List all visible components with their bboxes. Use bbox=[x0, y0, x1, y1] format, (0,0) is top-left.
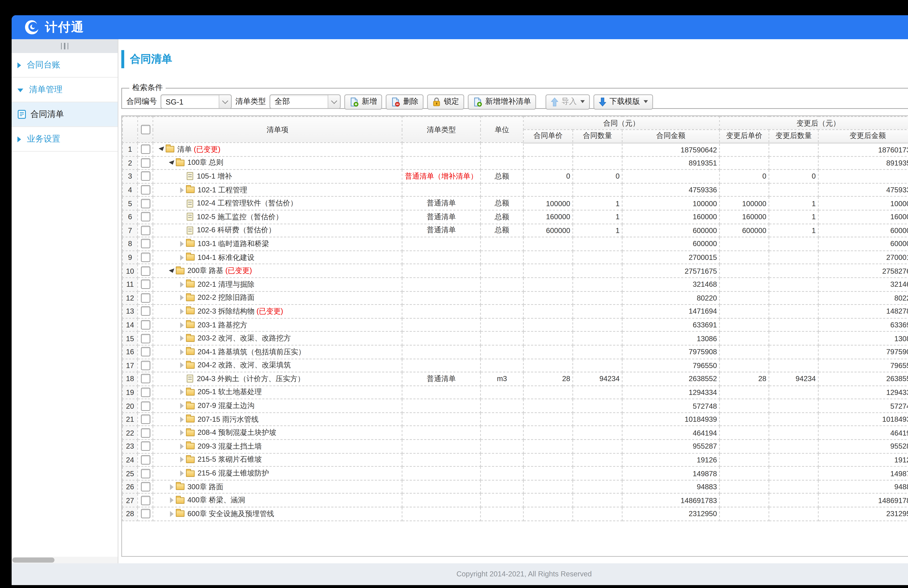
row-checkbox[interactable] bbox=[140, 334, 150, 343]
tree-collapse-arrow-icon[interactable] bbox=[169, 161, 175, 165]
list-item-name[interactable]: 203-2 改河、改渠、改路挖方 bbox=[198, 333, 291, 343]
row-checkbox[interactable] bbox=[140, 280, 150, 289]
unit bbox=[480, 264, 523, 278]
list-item-name[interactable]: 102-1 工程管理 bbox=[198, 185, 247, 195]
tree-expand-arrow-icon[interactable] bbox=[169, 484, 175, 490]
tree-collapse-arrow-icon[interactable] bbox=[158, 148, 165, 151]
row-checkbox[interactable] bbox=[140, 482, 150, 492]
tree-expand-arrow-icon[interactable] bbox=[179, 241, 185, 247]
list-item-name[interactable]: 200章 路基 bbox=[187, 266, 223, 276]
list-item-name[interactable]: 205-1 软土地基处理 bbox=[198, 387, 262, 397]
sidebar-collapse-handle[interactable] bbox=[11, 39, 118, 53]
tree-expand-arrow-icon[interactable] bbox=[179, 322, 185, 328]
list-item-name[interactable]: 209-3 混凝土挡土墙 bbox=[198, 441, 262, 451]
tree-expand-arrow-icon[interactable] bbox=[179, 281, 185, 287]
row-checkbox[interactable] bbox=[140, 212, 150, 222]
download-template-button[interactable]: 下载模版 bbox=[594, 94, 653, 109]
row-checkbox[interactable] bbox=[140, 239, 150, 249]
tree-expand-arrow-icon[interactable] bbox=[179, 336, 185, 341]
select-all-checkbox[interactable] bbox=[140, 125, 150, 134]
row-checkbox[interactable] bbox=[140, 414, 150, 424]
row-checkbox[interactable] bbox=[140, 158, 150, 168]
list-item-name[interactable]: 600章 安全设施及预埋管线 bbox=[187, 509, 274, 519]
list-item-name[interactable]: 215-5 浆砌片石锥坡 bbox=[198, 455, 262, 465]
delete-button[interactable]: 删除 bbox=[386, 94, 423, 109]
row-checkbox[interactable] bbox=[140, 145, 150, 154]
list-item-name[interactable]: 202-3 拆除结构物 bbox=[198, 306, 254, 316]
tree-expand-arrow-icon[interactable] bbox=[169, 511, 175, 517]
tree-expand-arrow-icon[interactable] bbox=[179, 308, 185, 314]
row-checkbox[interactable] bbox=[140, 185, 150, 194]
list-item-name[interactable]: 300章 路面 bbox=[187, 482, 223, 492]
tree-expand-arrow-icon[interactable] bbox=[179, 362, 185, 368]
list-item-name[interactable]: 203-1 路基挖方 bbox=[198, 320, 247, 330]
row-checkbox[interactable] bbox=[140, 226, 150, 235]
list-item-name[interactable]: 202-2 挖除旧路面 bbox=[198, 293, 254, 303]
sidebar-item-business-settings[interactable]: 业务设置 bbox=[11, 127, 118, 152]
tree-expand-arrow-icon[interactable] bbox=[179, 471, 185, 476]
row-checkbox[interactable] bbox=[140, 469, 150, 478]
list-item-name[interactable]: 102-5 施工监控（暂估价） bbox=[197, 212, 283, 222]
row-checkbox[interactable] bbox=[140, 293, 150, 302]
sidebar-item-contract-ledger[interactable]: 合同台账 bbox=[11, 53, 118, 78]
tree-expand-arrow-icon[interactable] bbox=[179, 349, 185, 355]
list-item-name[interactable]: 100章 总则 bbox=[187, 158, 223, 168]
row-checkbox[interactable] bbox=[140, 307, 150, 316]
list-item-name[interactable]: 105-1 增补 bbox=[197, 171, 232, 182]
row-checkbox[interactable] bbox=[140, 496, 150, 505]
sidebar-scrollbar-thumb[interactable] bbox=[12, 557, 55, 562]
row-checkbox[interactable] bbox=[140, 428, 150, 437]
tree-expand-arrow-icon[interactable] bbox=[179, 295, 185, 301]
change-qty: 1 bbox=[769, 197, 818, 210]
tree-expand-arrow-icon[interactable] bbox=[179, 430, 185, 436]
tree-expand-arrow-icon[interactable] bbox=[179, 389, 185, 395]
list-item-name[interactable]: 207-15 雨污水管线 bbox=[198, 414, 259, 424]
row-checkbox[interactable] bbox=[140, 347, 150, 357]
change-amount: 1482788 bbox=[818, 305, 908, 318]
list-item-name[interactable]: 400章 桥梁、涵洞 bbox=[187, 495, 245, 505]
row-checkbox[interactable] bbox=[140, 388, 150, 397]
add-button[interactable]: 新增 bbox=[344, 94, 382, 109]
lock-button[interactable]: 锁定 bbox=[427, 94, 464, 109]
row-checkbox[interactable] bbox=[140, 172, 150, 181]
list-item-name[interactable]: 215-6 混凝土锥坡防护 bbox=[198, 468, 269, 479]
list-item-name[interactable]: 204-3 外购土（计价方、压实方） bbox=[197, 374, 304, 384]
tree-expand-arrow-icon[interactable] bbox=[169, 498, 175, 503]
list-item-name[interactable]: 104-1 标准化建设 bbox=[198, 252, 254, 262]
contract-number-select[interactable]: SG-1 bbox=[161, 94, 232, 109]
import-button[interactable]: 导入 bbox=[546, 94, 590, 109]
row-checkbox[interactable] bbox=[140, 266, 150, 276]
list-item-name[interactable]: 204-1 路基填筑（包括填前压实） bbox=[198, 347, 305, 357]
list-item-name[interactable]: 207-9 混凝土边沟 bbox=[198, 401, 254, 411]
row-checkbox[interactable] bbox=[140, 252, 150, 262]
list-item-name[interactable]: 102-4 工程管理软件（暂估价） bbox=[197, 198, 297, 209]
list-type-select[interactable]: 全部 bbox=[269, 94, 341, 109]
sidebar-item-list-management[interactable]: 清单管理 bbox=[11, 78, 118, 102]
add-supplementary-list-button[interactable]: 新增增补清单 bbox=[468, 94, 536, 109]
row-checkbox[interactable] bbox=[140, 199, 150, 208]
list-item-cell: 103-1 临时道路和桥梁 bbox=[153, 237, 402, 251]
list-item-name[interactable]: 清单 bbox=[177, 144, 192, 154]
tree-expand-arrow-icon[interactable] bbox=[179, 443, 185, 449]
list-item-name[interactable]: 202-1 清理与掘除 bbox=[198, 279, 254, 289]
page-title: 合同清单 bbox=[130, 52, 172, 66]
row-checkbox[interactable] bbox=[140, 442, 150, 451]
tree-expand-arrow-icon[interactable] bbox=[179, 187, 185, 193]
row-checkbox[interactable] bbox=[140, 361, 150, 370]
row-checkbox[interactable] bbox=[140, 509, 150, 519]
tree-expand-arrow-icon[interactable] bbox=[179, 403, 185, 409]
row-checkbox[interactable] bbox=[140, 320, 150, 329]
sidebar-item-contract-list[interactable]: 合同清单 bbox=[11, 102, 118, 127]
tree-expand-arrow-icon[interactable] bbox=[179, 254, 185, 260]
row-checkbox[interactable] bbox=[140, 401, 150, 411]
list-item-name[interactable]: 103-1 临时道路和桥梁 bbox=[198, 239, 269, 249]
tree-collapse-arrow-icon[interactable] bbox=[169, 269, 175, 273]
list-item-name[interactable]: 204-2 改路、改河、改渠填筑 bbox=[198, 360, 291, 370]
list-type bbox=[402, 318, 480, 332]
tree-expand-arrow-icon[interactable] bbox=[179, 457, 185, 463]
tree-expand-arrow-icon[interactable] bbox=[179, 416, 185, 422]
row-checkbox[interactable] bbox=[140, 455, 150, 464]
list-item-name[interactable]: 102-6 科研费（暂估价） bbox=[197, 225, 275, 235]
row-checkbox[interactable] bbox=[140, 374, 150, 384]
list-item-name[interactable]: 208-4 预制混凝土块护坡 bbox=[198, 428, 276, 438]
